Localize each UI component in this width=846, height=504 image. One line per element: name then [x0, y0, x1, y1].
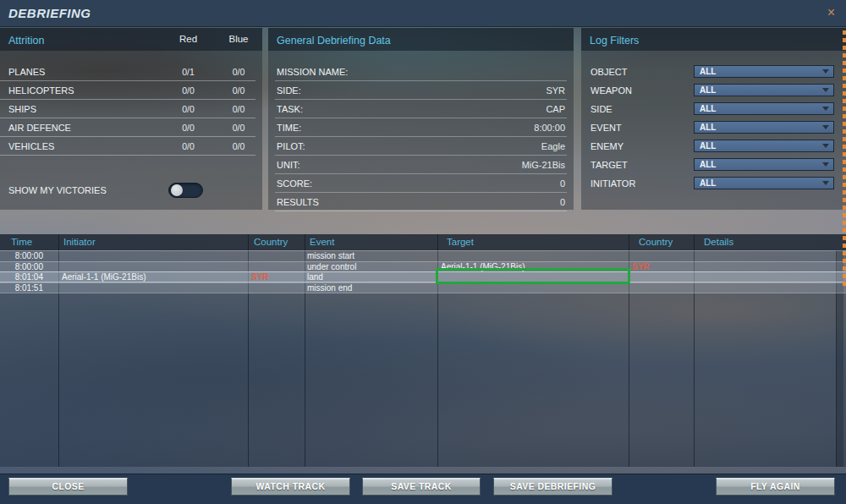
- general-row-unit: UNIT: MiG-21Bis: [275, 156, 567, 174]
- filter-row-side: SIDE ALL: [581, 100, 846, 118]
- chevron-down-icon: [822, 181, 829, 185]
- general-value: SYR: [546, 81, 565, 100]
- chevron-down-icon: [822, 107, 829, 111]
- cell-initiator: Aerial-1-1 (MiG-21Bis): [62, 272, 146, 282]
- general-value: Eagle: [541, 137, 565, 156]
- debriefing-window: DEBRIEFING × Attrition Red Blue PLANES 0…: [0, 0, 846, 504]
- attrition-col-red: Red: [165, 28, 212, 51]
- fly-again-button[interactable]: FLY AGAIN: [716, 478, 835, 496]
- attrition-row-ships: SHIPS 0/0 0/0: [0, 100, 255, 118]
- col-header-event: Event: [310, 234, 334, 250]
- cell-event: mission start: [307, 251, 354, 261]
- annotation-green-box: [436, 268, 630, 284]
- attrition-title: Attrition: [8, 35, 44, 47]
- page-title: DEBRIEFING: [8, 6, 91, 20]
- bottom-button-bar: CLOSE WATCH TRACK SAVE TRACK SAVE DEBRIE…: [0, 474, 846, 504]
- attrition-label: AIR DEFENCE: [8, 118, 71, 137]
- log-row-land-selected[interactable]: 8:01:04 Aerial-1-1 (MiG-21Bis) SYR land: [0, 271, 846, 282]
- filter-row-initiator: INITIATOR ALL: [581, 174, 846, 193]
- cell-target-country: SYR: [632, 262, 650, 272]
- dropdown-value: ALL: [700, 103, 716, 114]
- save-track-button[interactable]: SAVE TRACK: [362, 478, 481, 496]
- filter-label: WEAPON: [591, 81, 632, 100]
- general-debriefing-panel: General Debriefing Data MISSION NAME: SI…: [268, 28, 574, 210]
- cell-time: 8:01:04: [0, 272, 43, 282]
- general-label: TASK:: [277, 100, 303, 118]
- attrition-row-helicopters: HELICOPTERS 0/0 0/0: [0, 81, 255, 100]
- dropdown-value: ALL: [700, 159, 716, 170]
- watch-track-button[interactable]: WATCH TRACK: [231, 478, 350, 496]
- cell-event: land: [307, 272, 323, 282]
- dropdown-value: ALL: [700, 85, 716, 96]
- chevron-down-icon: [822, 162, 829, 167]
- target-filter-dropdown[interactable]: ALL: [694, 158, 834, 171]
- attrition-blue-value: 0/0: [217, 100, 261, 118]
- dropdown-value: ALL: [700, 140, 716, 151]
- filters-title: Log Filters: [590, 35, 639, 47]
- general-row-results: RESULTS 0: [275, 193, 567, 211]
- attrition-row-vehicles: VEHICLES 0/0 0/0: [0, 137, 255, 156]
- weapon-filter-dropdown[interactable]: ALL: [694, 84, 834, 96]
- attrition-label: PLANES: [8, 63, 45, 81]
- attrition-panel: Attrition Red Blue PLANES 0/1 0/0 HELICO…: [0, 28, 262, 210]
- show-my-victories-toggle[interactable]: [168, 183, 203, 198]
- chevron-down-icon: [822, 144, 829, 148]
- attrition-header: Attrition Red Blue: [0, 28, 262, 51]
- log-row-mission-start[interactable]: 8:00:00 mission start: [0, 250, 846, 261]
- col-header-time: Time: [11, 234, 32, 250]
- general-label: SCORE:: [277, 174, 312, 193]
- general-value: 8:00:00: [534, 118, 565, 137]
- initiator-filter-dropdown[interactable]: ALL: [694, 177, 834, 189]
- general-row-score: SCORE: 0: [275, 174, 567, 193]
- attrition-blue-value: 0/0: [217, 63, 261, 81]
- chevron-down-icon: [822, 69, 829, 74]
- side-filter-dropdown[interactable]: ALL: [694, 102, 834, 115]
- attrition-blue-value: 0/0: [217, 118, 261, 137]
- general-label: UNIT:: [277, 156, 300, 174]
- object-filter-dropdown[interactable]: ALL: [694, 65, 834, 78]
- filter-row-event: EVENT ALL: [581, 118, 846, 137]
- attrition-red-value: 0/0: [165, 81, 212, 100]
- log-filters-panel: Log Filters OBJECT ALL WEAPON ALL SIDE A…: [581, 28, 846, 210]
- filters-header: Log Filters: [581, 28, 846, 51]
- close-icon[interactable]: ×: [827, 5, 835, 20]
- event-log-table: Time Initiator Country Event Target Coun…: [0, 234, 846, 467]
- general-label: TIME:: [277, 118, 301, 137]
- filter-label: TARGET: [591, 156, 628, 174]
- attrition-red-value: 0/1: [165, 63, 212, 81]
- general-label: RESULTS: [277, 193, 319, 211]
- attrition-col-blue: Blue: [217, 28, 261, 51]
- col-header-target: Target: [447, 234, 474, 250]
- attrition-label: HELICOPTERS: [8, 81, 74, 100]
- log-table-header: Time Initiator Country Event Target Coun…: [0, 234, 846, 250]
- filter-label: INITIATOR: [591, 174, 635, 193]
- event-filter-dropdown[interactable]: ALL: [694, 121, 834, 134]
- enemy-filter-dropdown[interactable]: ALL: [694, 140, 834, 152]
- filter-label: SIDE: [591, 100, 613, 118]
- toggle-knob: [171, 184, 183, 196]
- dropdown-value: ALL: [700, 66, 716, 77]
- cell-time: 8:01:51: [0, 283, 43, 293]
- log-row-mission-end[interactable]: 8:01:51 mission end: [0, 282, 846, 293]
- save-debriefing-button[interactable]: SAVE DEBRIEFING: [493, 478, 613, 496]
- filter-row-weapon: WEAPON ALL: [581, 81, 846, 100]
- general-row-task: TASK: CAP: [275, 100, 567, 118]
- general-row-mission-name: MISSION NAME:: [275, 63, 567, 81]
- log-row-under-control[interactable]: 8:00:00 under control Aerial-1-1 (MiG-21…: [0, 261, 846, 272]
- cell-time: 8:00:00: [0, 262, 43, 272]
- general-row-pilot: PILOT: Eagle: [275, 137, 567, 156]
- filter-row-target: TARGET ALL: [581, 156, 846, 174]
- show-my-victories-row: SHOW MY VICTORIES: [0, 175, 262, 205]
- attrition-red-value: 0/0: [165, 118, 212, 137]
- col-header-target-country: Country: [639, 234, 673, 250]
- general-label: MISSION NAME:: [277, 63, 348, 81]
- filter-label: OBJECT: [591, 63, 627, 81]
- filter-row-object: OBJECT ALL: [581, 63, 846, 81]
- cell-time: 8:00:00: [0, 251, 43, 261]
- general-value: 0: [560, 174, 565, 193]
- chevron-down-icon: [822, 88, 829, 92]
- close-button[interactable]: CLOSE: [8, 478, 128, 496]
- attrition-blue-value: 0/0: [217, 137, 261, 156]
- cell-event: under control: [307, 262, 356, 272]
- general-header: General Debriefing Data: [268, 28, 574, 51]
